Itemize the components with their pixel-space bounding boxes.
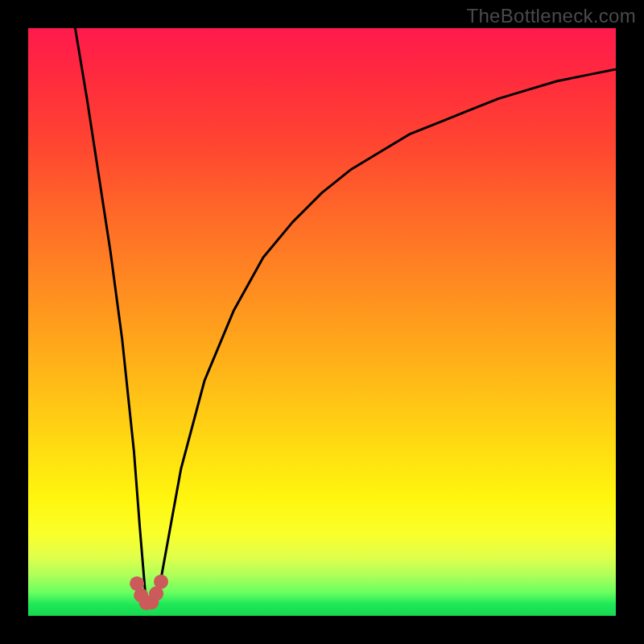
plot-area [28,28,616,616]
chart-frame: TheBottleneck.com [0,0,644,644]
bottleneck-curve [75,28,616,604]
minimum-marker [154,575,168,589]
minimum-markers [130,575,168,610]
curve-path [75,28,616,604]
bottleneck-curve-svg [28,28,616,616]
watermark-text: TheBottleneck.com [466,5,636,27]
